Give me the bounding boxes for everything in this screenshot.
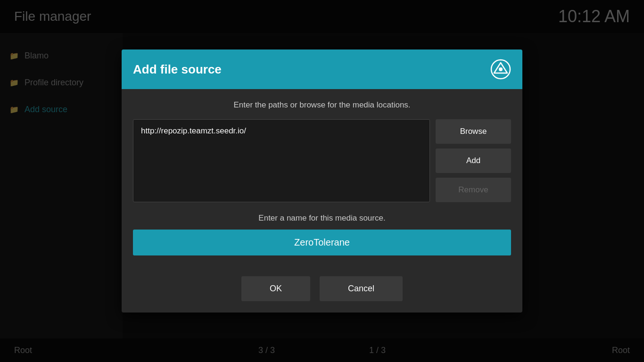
cancel-button[interactable]: Cancel xyxy=(320,276,403,301)
dialog-title: Add file source xyxy=(133,62,222,77)
media-source-name-input[interactable]: ZeroTolerane xyxy=(133,230,511,255)
name-section: Enter a name for this media source. Zero… xyxy=(133,214,511,255)
path-buttons: Browse Add Remove xyxy=(436,119,511,202)
dialog-header: Add file source xyxy=(122,49,522,89)
dialog-footer: OK Cancel xyxy=(122,267,522,313)
path-section: http://repozip.teamzt.seedr.io/ Browse A… xyxy=(133,119,511,202)
ok-button[interactable]: OK xyxy=(241,276,310,301)
add-file-source-dialog: Add file source Enter the paths or brows… xyxy=(122,49,522,313)
add-button[interactable]: Add xyxy=(436,148,511,173)
path-input-area[interactable]: http://repozip.teamzt.seedr.io/ xyxy=(133,119,430,202)
name-label: Enter a name for this media source. xyxy=(133,214,511,223)
svg-point-2 xyxy=(499,67,503,71)
kodi-logo-icon xyxy=(490,59,511,80)
dialog-overlay: Add file source Enter the paths or brows… xyxy=(0,0,644,362)
dialog-subtitle: Enter the paths or browse for the media … xyxy=(133,100,511,110)
dialog-body: Enter the paths or browse for the media … xyxy=(122,89,522,267)
remove-button[interactable]: Remove xyxy=(436,178,511,202)
browse-button[interactable]: Browse xyxy=(436,119,511,144)
